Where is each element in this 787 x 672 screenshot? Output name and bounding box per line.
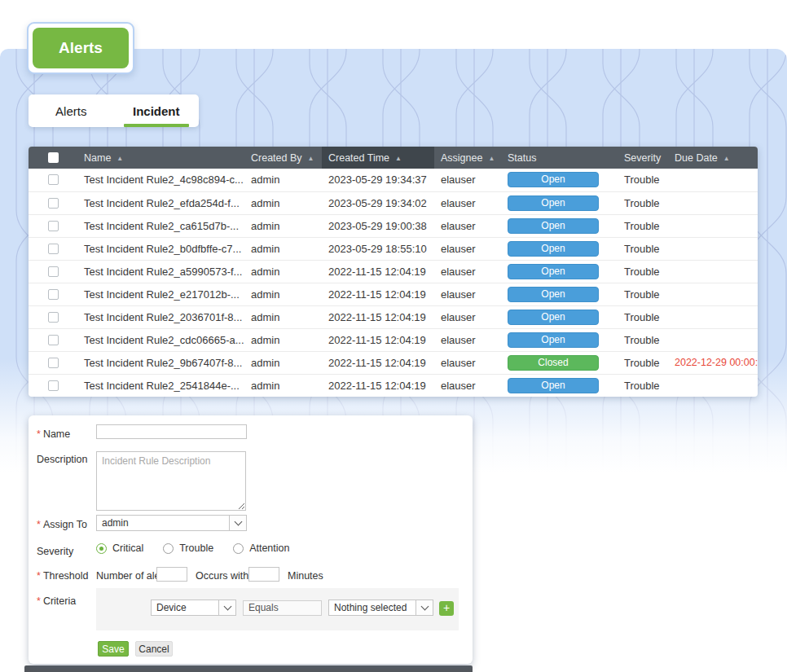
cancel-button[interactable]: Cancel	[135, 641, 173, 657]
status-badge[interactable]: Open	[508, 241, 599, 257]
table-row: Test Incident Rule2_cdc06665-a...admin20…	[29, 328, 758, 351]
column-header-due_date[interactable]: Due Date▲	[668, 147, 758, 169]
incident-table-card: Name▲Created By▲Created Time▲Assignee▲St…	[29, 147, 758, 397]
row-checkbox[interactable]	[48, 358, 59, 368]
cell-assignee: elauser	[434, 237, 501, 260]
threshold-count-input[interactable]	[156, 567, 187, 582]
chevron-down-icon	[229, 516, 246, 530]
assign-to-select[interactable]: admin	[96, 515, 247, 531]
radio-icon	[96, 543, 107, 554]
cell-severity: Trouble	[618, 169, 668, 191]
cell-created-by: admin	[244, 305, 322, 328]
cell-name: Test Incident Rule2_4c98c894-c...	[77, 169, 244, 191]
description-textarea[interactable]	[96, 451, 246, 511]
column-label: Name	[84, 152, 111, 164]
cell-name: Test Incident Rule2_2541844e-...	[77, 374, 244, 397]
column-header-created_time[interactable]: Created Time▲	[322, 147, 434, 169]
assign-to-label: *Assign To	[37, 519, 87, 530]
cell-severity: Trouble	[618, 351, 668, 374]
cell-created-time: 2023-05-29 18:55:10	[322, 237, 434, 260]
threshold-occurs-text: Occurs within	[196, 570, 257, 582]
table-row: Test Incident Rule2_b0dfbffe-c7...admin2…	[29, 237, 758, 260]
name-input[interactable]	[96, 424, 247, 439]
row-checkbox[interactable]	[48, 312, 59, 323]
tab-alerts[interactable]: Alerts	[29, 94, 114, 127]
severity-radio-attention[interactable]: Attention	[233, 542, 289, 554]
cell-name: Test Incident Rule2_ca615d7b-...	[77, 214, 244, 237]
cell-created-time: 2023-05-29 19:34:02	[322, 191, 434, 214]
column-header-assignee[interactable]: Assignee▲	[434, 147, 501, 169]
active-tab-underline	[124, 124, 190, 127]
cell-name: Test Incident Rule2_b0dfbffe-c7...	[77, 237, 244, 260]
table-row: Test Incident Rule2_4c98c894-c...admin20…	[29, 169, 758, 191]
criteria-label: *Criteria	[37, 595, 76, 607]
status-badge[interactable]: Open	[508, 218, 599, 234]
assign-to-selected-value: admin	[97, 517, 229, 529]
add-criteria-button[interactable]: +	[439, 601, 454, 616]
cell-created-by: admin	[244, 260, 322, 283]
bottom-panel-edge	[24, 665, 473, 672]
criteria-value-select[interactable]: Nothing selected	[328, 600, 433, 616]
cell-created-time: 2022-11-15 12:04:19	[322, 374, 434, 397]
column-header-created_by[interactable]: Created By▲	[244, 147, 322, 169]
table-header-row: Name▲Created By▲Created Time▲Assignee▲St…	[29, 147, 758, 169]
column-header-status[interactable]: Status	[501, 147, 618, 169]
column-header-severity[interactable]: Severity	[618, 147, 668, 169]
cell-name: Test Incident Rule2_2036701f-8...	[77, 305, 244, 328]
cell-severity: Trouble	[618, 283, 668, 305]
cell-due-date	[668, 283, 758, 305]
cell-assignee: elauser	[434, 305, 501, 328]
chevron-down-icon	[415, 600, 433, 615]
description-label: Description	[37, 454, 88, 465]
criteria-field-select[interactable]: Device	[151, 600, 236, 616]
severity-radio-critical[interactable]: Critical	[96, 542, 143, 554]
alerts-chip-card: Alerts	[27, 22, 134, 74]
status-badge[interactable]: Open	[508, 172, 599, 187]
row-checkbox[interactable]	[48, 221, 59, 231]
column-header-name[interactable]: Name▲	[77, 147, 244, 169]
cell-name: Test Incident Rule2_efda254d-f...	[77, 191, 244, 214]
threshold-minutes-text: Minutes	[288, 570, 323, 582]
required-asterisk: *	[37, 519, 41, 530]
row-checkbox[interactable]	[48, 266, 59, 277]
table-row: Test Incident Rule2_efda254d-f...admin20…	[29, 191, 758, 214]
cell-created-by: admin	[244, 237, 322, 260]
alerts-chip-button[interactable]: Alerts	[33, 28, 129, 68]
severity-radio-trouble[interactable]: Trouble	[163, 542, 213, 554]
status-badge[interactable]: Open	[508, 310, 599, 325]
cell-severity: Trouble	[618, 191, 668, 214]
cell-created-time: 2022-11-15 12:04:19	[322, 305, 434, 328]
cell-due-date	[668, 214, 758, 237]
cell-created-by: admin	[244, 191, 322, 214]
status-badge[interactable]: Open	[508, 287, 599, 302]
select-all-checkbox[interactable]	[48, 152, 59, 163]
cell-created-time: 2022-11-15 12:04:19	[322, 260, 434, 283]
status-badge[interactable]: Open	[508, 195, 599, 211]
status-badge[interactable]: Open	[508, 378, 599, 393]
table-row: Test Incident Rule2_a5990573-f...admin20…	[29, 260, 758, 283]
threshold-minutes-input[interactable]	[248, 567, 279, 582]
column-label: Assignee	[441, 152, 482, 164]
sort-arrow-icon: ▲	[395, 155, 402, 162]
status-badge[interactable]: Open	[508, 332, 599, 348]
cell-created-by: admin	[244, 328, 322, 351]
status-badge[interactable]: Closed	[508, 355, 599, 371]
row-checkbox[interactable]	[48, 198, 59, 209]
row-checkbox[interactable]	[48, 289, 59, 300]
severity-option-label: Critical	[112, 542, 143, 554]
row-checkbox[interactable]	[48, 380, 59, 391]
criteria-operator: Equals	[243, 600, 322, 616]
status-badge[interactable]: Open	[508, 264, 599, 279]
table-row: Test Incident Rule2_e217012b-...admin202…	[29, 283, 758, 305]
tab-bar: Alerts Incident	[29, 94, 199, 127]
tab-incident[interactable]: Incident	[114, 94, 200, 127]
row-checkbox[interactable]	[48, 335, 59, 345]
row-checkbox[interactable]	[48, 244, 59, 254]
criteria-field-value: Device	[152, 602, 218, 613]
row-checkbox[interactable]	[48, 174, 59, 185]
tab-incident-label: Incident	[133, 104, 180, 118]
cell-assignee: elauser	[434, 191, 501, 214]
table-row: Test Incident Rule2_9b67407f-8...admin20…	[29, 351, 758, 374]
column-header-checkbox	[29, 147, 77, 169]
save-button[interactable]: Save	[98, 641, 129, 657]
